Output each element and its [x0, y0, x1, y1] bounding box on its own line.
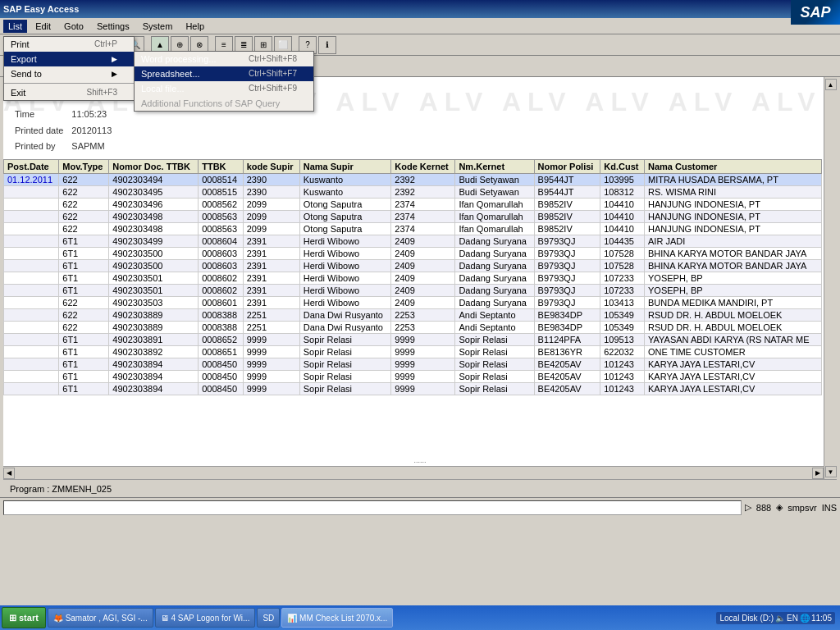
table-cell: 2392: [391, 173, 455, 185]
table-cell: Ifan Qomarullah: [455, 222, 534, 235]
scroll-right[interactable]: ▶: [812, 468, 824, 479]
table-cell: Herdi Wibowo: [299, 259, 391, 272]
menu-settings[interactable]: Settings: [92, 20, 135, 33]
menu-edit[interactable]: Edit: [30, 20, 56, 33]
send-to-arrow: ▶: [112, 70, 117, 78]
menu-exit[interactable]: Exit Shift+F3: [4, 85, 134, 100]
table-cell: 2391: [243, 284, 299, 296]
table-cell: [4, 259, 59, 272]
table-cell: 0008602: [199, 284, 243, 296]
main-area: ALV ALV ALV ALV ALV ALV ALV ALV ALV ALV …: [3, 77, 837, 479]
table-cell: RS. WISMA RINI: [644, 185, 821, 198]
menu-spreadsheet[interactable]: Spreadsheet... Ctrl+Shift+F7: [135, 66, 313, 81]
menu-word-processing[interactable]: Word processing... Ctrl+Shift+F8: [135, 52, 313, 66]
table-cell: 104435: [600, 235, 645, 247]
task-sap-logon[interactable]: 🖥 4 SAP Logon for Wi...: [155, 608, 256, 628]
table-cell: B9793QJ: [534, 296, 600, 308]
task-sd[interactable]: SD: [257, 608, 280, 628]
table-cell: Sopir Relasi: [299, 345, 391, 358]
ins-mode: INS: [822, 503, 837, 513]
table-cell: HANJUNG INDONESIA, PT: [644, 198, 821, 210]
table-row: 622490230349500085152390Kuswanto2392Budi…: [4, 185, 822, 198]
table-cell: 622: [59, 321, 109, 333]
table-cell: Ifan Qomarullah: [455, 210, 534, 222]
table-cell: 103995: [600, 173, 645, 185]
table-cell: 4902303889: [109, 321, 199, 333]
scroll-up[interactable]: ▲: [825, 79, 837, 90]
table-cell: Ifan Qomarullah: [455, 198, 534, 210]
table-cell: 9999: [391, 370, 455, 382]
firefox-icon: 🦊: [53, 614, 63, 623]
table-cell: 0008515: [199, 185, 243, 198]
table-cell: Dadang Suryana: [455, 272, 534, 284]
table-cell: 622: [59, 173, 109, 185]
table-cell: B9793QJ: [534, 284, 600, 296]
menu-export[interactable]: Export ▶ Word processing... Ctrl+Shift+F…: [4, 52, 134, 66]
export-submenu: Word processing... Ctrl+Shift+F8 Spreads…: [134, 51, 314, 112]
table-cell: 104410: [600, 210, 645, 222]
table-cell: Budi Setyawan: [455, 173, 534, 185]
table-cell: Dadang Suryana: [455, 284, 534, 296]
table-cell: BHINA KARYA MOTOR BANDAR JAYA: [644, 247, 821, 259]
export-arrow: ▶: [112, 55, 117, 63]
horizontal-scrollbar[interactable]: ◀ ▶: [3, 466, 824, 479]
table-cell: BUNDA MEDIKA MANDIRI, PT: [644, 296, 821, 308]
table-cell: BE9834DP: [534, 321, 600, 333]
col-nm-kernet: Nm.Kernet: [455, 159, 534, 173]
title-text: SAP Easy Access: [3, 4, 79, 14]
table-cell: Sopir Relasi: [299, 333, 391, 345]
table-cell: RSUD DR. H. ABDUL MOELOEK: [644, 321, 821, 333]
table-cell: 9999: [391, 358, 455, 370]
table-cell: 4902303501: [109, 284, 199, 296]
table-cell: 9999: [391, 345, 455, 358]
table-cell: 9999: [243, 382, 299, 395]
col-kode-kernet: Kode Kernet: [391, 159, 455, 173]
menu-goto[interactable]: Goto: [59, 20, 89, 33]
table-cell: [4, 382, 59, 395]
table-cell: 2253: [391, 308, 455, 321]
menu-list[interactable]: List: [3, 20, 27, 33]
table-cell: 0008388: [199, 321, 243, 333]
table-cell: 9999: [243, 345, 299, 358]
table-cell: 101243: [600, 358, 645, 370]
table-cell: Herdi Wibowo: [299, 296, 391, 308]
scroll-indicator: ......: [413, 456, 426, 464]
scroll-left[interactable]: ◀: [3, 468, 15, 479]
printed-by-label: Printed by: [15, 139, 70, 154]
table-cell: 4902303499: [109, 235, 199, 247]
table-cell: [4, 308, 59, 321]
table-cell: 01.12.2011: [4, 173, 59, 185]
table-cell: RSUD DR. H. ABDUL MOELOEK: [644, 308, 821, 321]
table-cell: 6T1: [59, 235, 109, 247]
menu-help[interactable]: Help: [180, 20, 209, 33]
record-icon: ◈: [776, 502, 783, 513]
menu-system[interactable]: System: [138, 20, 178, 33]
table-cell: [4, 358, 59, 370]
table-cell: Dana Dwi Rusyanto: [299, 308, 391, 321]
table-cell: B9793QJ: [534, 235, 600, 247]
col-nomor-polisi: Nomor Polisi: [534, 159, 600, 173]
table-cell: 101243: [600, 370, 645, 382]
table-cell: 622: [59, 308, 109, 321]
start-button[interactable]: ⊞ start: [2, 607, 46, 628]
menu-send-to[interactable]: Send to ▶: [4, 66, 134, 81]
col-nomor-doc: Nomor Doc. TTBK: [109, 159, 199, 173]
menu-print[interactable]: Print Ctrl+P: [4, 37, 134, 52]
task-mm-checklist[interactable]: 📊 MM Check List 2070.x...: [281, 608, 393, 628]
table-cell: HANJUNG INDONESIA, PT: [644, 210, 821, 222]
table-cell: Dana Dwi Rusyanto: [299, 321, 391, 333]
list-menu-wrapper[interactable]: List Print Ctrl+P Export ▶ Word processi…: [3, 20, 27, 33]
toolbar-btn9[interactable]: ℹ: [318, 36, 336, 54]
table-cell: 6T1: [59, 333, 109, 345]
table-cell: Kuswanto: [299, 173, 391, 185]
table-cell: 622: [59, 185, 109, 198]
table-cell: B1124PFA: [534, 333, 600, 345]
table-cell: 0008562: [199, 198, 243, 210]
program-bar: Program : ZMMENH_025: [3, 479, 837, 497]
menu-bar: List Print Ctrl+P Export ▶ Word processi…: [0, 18, 840, 34]
table-cell: BHINA KARYA MOTOR BANDAR JAYA: [644, 259, 821, 272]
command-field[interactable]: [3, 500, 742, 515]
table-cell: [4, 210, 59, 222]
task-samator[interactable]: 🦊 Samator , AGI, SGI -...: [48, 608, 153, 628]
menu-local-file[interactable]: Local file... Ctrl+Shift+F9: [135, 81, 313, 96]
